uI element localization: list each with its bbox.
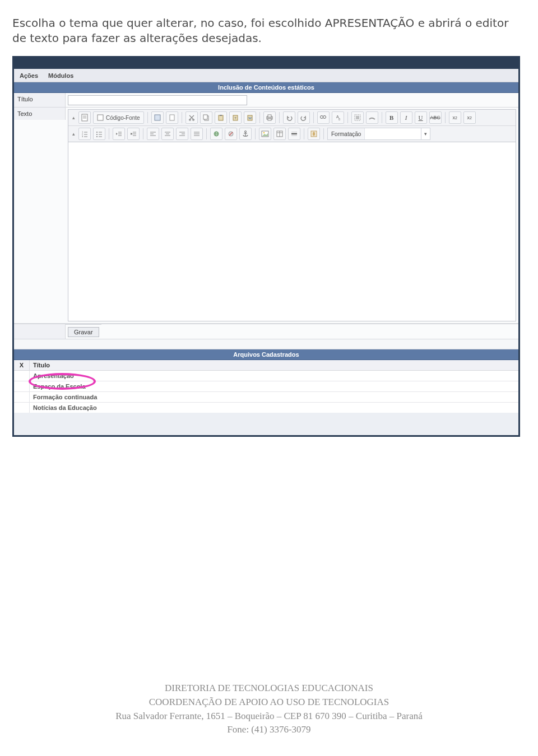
svg-rect-5 (155, 115, 160, 120)
svg-text:B: B (338, 118, 341, 121)
redo-icon[interactable] (298, 111, 310, 124)
editor-toolbar: ▴ Código-Fonte T W (68, 109, 516, 142)
underline-icon[interactable]: U (415, 111, 427, 124)
svg-rect-0 (82, 114, 87, 121)
svg-text:T: T (234, 116, 236, 120)
remove-format-icon[interactable] (366, 111, 378, 124)
svg-rect-69 (277, 131, 282, 137)
gravar-button[interactable]: Gravar (68, 327, 99, 337)
paste-word-icon[interactable]: W (244, 111, 256, 124)
special-char-icon[interactable] (308, 128, 320, 140)
subscript-icon[interactable]: x2 (449, 111, 461, 124)
align-right-icon[interactable] (176, 128, 188, 140)
panel-header-conteudos: Inclusão de Conteúdos estáticos (14, 82, 518, 93)
svg-rect-17 (267, 116, 272, 119)
numbered-list-icon[interactable]: 123 (78, 128, 91, 140)
svg-point-36 (96, 134, 98, 135)
list-item[interactable]: Notícias da Educação (14, 403, 518, 413)
align-justify-icon[interactable] (191, 128, 203, 140)
toolbar-collapse2-icon[interactable]: ▴ (71, 128, 76, 140)
editor-textarea[interactable] (68, 142, 516, 321)
svg-rect-19 (268, 119, 271, 120)
document-icon[interactable] (78, 111, 91, 124)
list-item[interactable]: Apresentação (14, 371, 518, 381)
svg-point-64 (245, 131, 247, 133)
menu-acoes[interactable]: Ações (20, 72, 38, 79)
save-icon[interactable] (151, 111, 164, 124)
table-icon[interactable] (273, 128, 286, 140)
format-value (365, 128, 421, 139)
replace-icon[interactable]: AB (332, 111, 344, 124)
svg-point-68 (263, 132, 265, 133)
svg-point-37 (96, 136, 98, 137)
svg-text:A: A (336, 115, 339, 119)
list-item[interactable]: Formação continuada (14, 392, 518, 403)
window-titlebar (14, 58, 518, 69)
copy-icon[interactable] (200, 111, 212, 124)
align-left-icon[interactable] (147, 128, 159, 140)
italic-icon[interactable]: I (400, 111, 412, 124)
svg-line-63 (229, 132, 233, 136)
print-icon[interactable] (263, 111, 276, 124)
format-select[interactable]: Formatação ▾ (327, 128, 430, 140)
svg-rect-10 (203, 115, 207, 119)
col-titulo-header: Título (30, 360, 518, 370)
label-texto: Texto (14, 108, 66, 120)
svg-text:W: W (248, 116, 252, 120)
menu-modulos[interactable]: Módulos (48, 72, 73, 79)
svg-rect-75 (311, 131, 317, 137)
align-center-icon[interactable] (161, 128, 174, 140)
svg-rect-6 (170, 115, 174, 120)
cut-icon[interactable] (185, 111, 198, 124)
paste-text-icon[interactable]: T (229, 111, 242, 124)
svg-rect-13 (233, 115, 238, 120)
list-item-title: Apresentação (30, 371, 518, 381)
panel-header-arquivos: Arquivos Cadastrados (14, 349, 518, 360)
anchor-icon[interactable] (239, 128, 252, 140)
link-icon[interactable] (210, 128, 222, 140)
svg-rect-25 (355, 115, 360, 120)
svg-rect-9 (205, 116, 208, 120)
svg-point-62 (229, 132, 233, 136)
indent-icon[interactable] (127, 128, 140, 140)
list-item-title: Formação continuada (30, 392, 518, 402)
bold-icon[interactable]: B (386, 111, 398, 124)
source-button[interactable]: Código-Fonte (93, 111, 144, 124)
svg-rect-67 (262, 131, 268, 137)
app-screenshot: Ações Módulos Inclusão de Conteúdos está… (12, 56, 520, 437)
svg-point-35 (96, 132, 98, 133)
label-titulo: Título (14, 93, 66, 107)
list-item-title: Espaço da Escola (30, 381, 518, 391)
strike-icon[interactable]: ABC (429, 111, 442, 124)
menu-bar: Ações Módulos (14, 69, 518, 82)
horizontal-rule-icon[interactable] (288, 128, 300, 140)
footer-line3: Rua Salvador Ferrante, 1651 – Boqueirão … (0, 710, 538, 724)
paste-icon[interactable] (215, 111, 227, 124)
list-header: X Título (14, 360, 518, 371)
bullet-list-icon[interactable] (93, 128, 105, 140)
undo-icon[interactable] (283, 111, 295, 124)
outdent-icon[interactable] (113, 128, 125, 140)
svg-text:1: 1 (82, 130, 84, 133)
toolbar-collapse-icon[interactable]: ▴ (71, 111, 76, 124)
list-item[interactable]: Espaço da Escola (14, 381, 518, 392)
instruction-text: Escolha o tema que quer alterar, no caso… (12, 16, 526, 46)
svg-point-21 (323, 116, 326, 119)
svg-rect-12 (220, 115, 222, 116)
superscript-icon[interactable]: x2 (463, 111, 476, 124)
svg-point-60 (215, 132, 217, 136)
svg-point-59 (214, 132, 219, 136)
svg-rect-15 (248, 115, 252, 120)
footer-line4: Fone: (41) 3376-3079 (0, 723, 538, 737)
find-icon[interactable] (317, 111, 330, 124)
source-label: Código-Fonte (106, 115, 140, 121)
svg-rect-18 (268, 115, 271, 117)
unlink-icon[interactable] (225, 128, 237, 140)
input-titulo[interactable] (68, 95, 247, 105)
chevron-down-icon[interactable]: ▾ (421, 128, 430, 139)
svg-point-7 (189, 119, 191, 121)
new-page-icon[interactable] (166, 111, 178, 124)
select-all-icon[interactable] (351, 111, 364, 124)
svg-rect-4 (98, 115, 103, 120)
image-icon[interactable] (259, 128, 271, 140)
